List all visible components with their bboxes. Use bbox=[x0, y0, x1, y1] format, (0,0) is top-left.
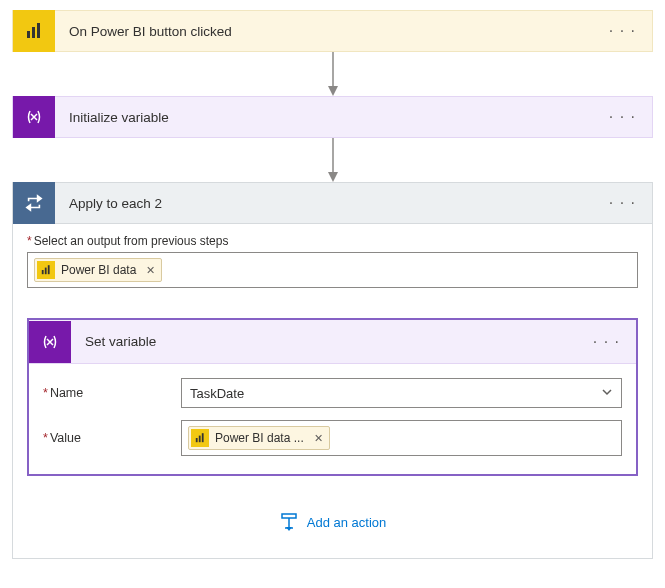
powerbi-data-token[interactable]: Power BI data ... ✕ bbox=[188, 426, 330, 450]
output-label: *Select an output from previous steps bbox=[27, 234, 638, 248]
add-step-icon bbox=[279, 512, 299, 532]
set-title: Set variable bbox=[71, 334, 577, 349]
svg-marker-6 bbox=[328, 172, 338, 182]
loop-step[interactable]: Apply to each 2 · · · bbox=[12, 182, 653, 224]
svg-rect-9 bbox=[42, 270, 44, 274]
trigger-step[interactable]: On Power BI button clicked · · · bbox=[12, 10, 653, 52]
svg-marker-8 bbox=[27, 205, 31, 210]
svg-rect-12 bbox=[196, 438, 198, 442]
remove-token-icon[interactable]: ✕ bbox=[146, 264, 155, 277]
loop-title: Apply to each 2 bbox=[55, 196, 593, 211]
variable-icon bbox=[29, 321, 71, 363]
initialize-step[interactable]: Initialize variable · · · bbox=[12, 96, 653, 138]
loop-icon bbox=[13, 182, 55, 224]
set-variable-card: Set variable · · · *Name TaskDate *Value bbox=[27, 318, 638, 476]
token-label: Power BI data bbox=[61, 263, 136, 277]
value-input[interactable]: Power BI data ... ✕ bbox=[181, 420, 622, 456]
remove-token-icon[interactable]: ✕ bbox=[314, 432, 323, 445]
loop-body: *Select an output from previous steps Po… bbox=[12, 224, 653, 559]
powerbi-icon bbox=[37, 261, 55, 279]
name-select[interactable]: TaskDate bbox=[181, 378, 622, 408]
svg-marker-7 bbox=[38, 196, 42, 201]
svg-rect-13 bbox=[199, 436, 201, 443]
name-value: TaskDate bbox=[190, 386, 244, 401]
more-menu[interactable]: · · · bbox=[593, 22, 652, 40]
trigger-title: On Power BI button clicked bbox=[55, 24, 593, 39]
more-menu[interactable]: · · · bbox=[593, 108, 652, 126]
add-action-button[interactable]: Add an action bbox=[27, 512, 638, 532]
init-title: Initialize variable bbox=[55, 110, 593, 125]
output-input[interactable]: Power BI data ✕ bbox=[27, 252, 638, 288]
name-label: *Name bbox=[43, 386, 173, 400]
svg-rect-0 bbox=[27, 31, 30, 38]
svg-marker-4 bbox=[328, 86, 338, 96]
svg-rect-1 bbox=[32, 27, 35, 38]
add-action-label: Add an action bbox=[307, 515, 387, 530]
token-label: Power BI data ... bbox=[215, 431, 304, 445]
connector-arrow bbox=[12, 52, 653, 96]
svg-rect-15 bbox=[282, 514, 296, 518]
powerbi-icon bbox=[191, 429, 209, 447]
variable-icon bbox=[13, 96, 55, 138]
powerbi-icon bbox=[13, 10, 55, 52]
svg-rect-2 bbox=[37, 23, 40, 38]
value-label: *Value bbox=[43, 431, 173, 445]
more-menu[interactable]: · · · bbox=[593, 194, 652, 212]
chevron-down-icon bbox=[601, 386, 613, 401]
svg-rect-11 bbox=[48, 265, 50, 274]
svg-rect-10 bbox=[45, 268, 47, 275]
powerbi-data-token[interactable]: Power BI data ✕ bbox=[34, 258, 162, 282]
connector-arrow bbox=[12, 138, 653, 182]
set-variable-header[interactable]: Set variable · · · bbox=[29, 320, 636, 364]
svg-rect-14 bbox=[202, 433, 204, 442]
more-menu[interactable]: · · · bbox=[577, 333, 636, 351]
svg-marker-18 bbox=[286, 527, 292, 531]
